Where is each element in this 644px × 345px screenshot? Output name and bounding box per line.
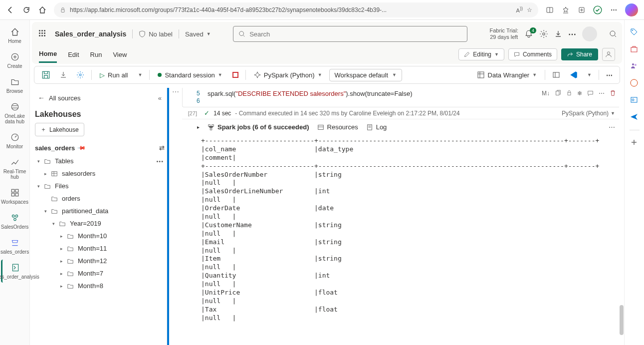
search-input[interactable] — [249, 30, 462, 38]
tree-month12[interactable]: ▸Month=12 — [35, 255, 165, 267]
copy-cell-icon[interactable] — [555, 90, 561, 97]
sensitivity-label[interactable]: No label — [139, 30, 173, 38]
pin-icon[interactable]: 📌 — [77, 143, 86, 153]
cell-more-icon[interactable]: ⋯ — [599, 90, 605, 97]
office-icon[interactable] — [630, 79, 639, 88]
nav-monitor[interactable]: Monitor — [1, 129, 29, 152]
nav-browse[interactable]: Browse — [1, 74, 29, 97]
cell-handle-icon[interactable]: ⋯ — [172, 88, 180, 96]
tree-year2019[interactable]: ▾Year=2019 — [35, 217, 165, 230]
session-button[interactable]: Standard session▼ — [154, 69, 226, 81]
outlook-icon[interactable] — [630, 96, 639, 105]
tab-home[interactable]: Home — [39, 46, 57, 63]
search-bar[interactable] — [233, 26, 467, 42]
tab-run[interactable]: Run — [90, 47, 102, 62]
notifications-button[interactable]: 4 — [524, 29, 533, 38]
tree-orders[interactable]: orders — [35, 192, 165, 205]
download-toolbar-icon[interactable] — [56, 69, 70, 81]
tree-month7[interactable]: ▸Month=7 — [35, 267, 165, 280]
back-icon[interactable] — [6, 5, 15, 14]
trial-info[interactable]: Fabric Trial: 29 days left — [490, 27, 518, 40]
tree-month8[interactable]: ▸Month=8 — [35, 280, 165, 292]
scrollbar-thumb[interactable] — [620, 305, 624, 335]
vscode-icon[interactable] — [566, 68, 581, 81]
more-icon[interactable]: ⋯ — [609, 5, 618, 14]
nav-create[interactable]: Create — [1, 49, 29, 72]
run-all-button[interactable]: ▷Run all — [96, 69, 132, 81]
share-button[interactable]: Share — [561, 48, 598, 60]
all-sources-button[interactable]: ← All sources « — [35, 92, 165, 104]
download-icon[interactable] — [554, 30, 562, 38]
toolbar-more-icon[interactable]: ⋯ — [603, 69, 616, 81]
people-button[interactable] — [602, 48, 615, 61]
nav-home[interactable]: Home — [1, 24, 29, 47]
markdown-icon[interactable]: M↓ — [542, 90, 550, 97]
save-status[interactable]: Saved ▼ — [185, 30, 211, 38]
tree-month10[interactable]: ▸Month=10 — [35, 230, 165, 242]
tree-partitioned[interactable]: ▾partitioned_data — [35, 205, 165, 217]
tree-files[interactable]: ▾Files — [35, 180, 165, 192]
delete-cell-icon[interactable] — [610, 90, 616, 97]
read-aloud-icon[interactable]: A)) — [516, 6, 523, 13]
home-icon[interactable] — [38, 5, 47, 14]
send-icon[interactable] — [630, 113, 639, 122]
collections-icon[interactable] — [577, 5, 586, 14]
nav-salesorders-ws[interactable]: SalesOrders — [1, 210, 29, 233]
comments-button[interactable]: Comments — [508, 48, 557, 60]
swap-icon[interactable]: ⇄ — [159, 144, 165, 152]
refresh-icon[interactable] — [22, 5, 31, 14]
vscode-chevron[interactable]: ▼ — [584, 70, 595, 79]
copilot-icon[interactable] — [625, 3, 638, 16]
resources-link[interactable]: Resources — [317, 123, 358, 131]
tree-salesorders-table[interactable]: ▸salesorders — [35, 167, 165, 180]
nav-workspaces[interactable]: Workspaces — [1, 185, 29, 208]
briefcase-icon[interactable] — [630, 45, 639, 54]
run-all-chevron[interactable]: ▼ — [135, 70, 145, 79]
lock-cell-icon[interactable] — [566, 90, 572, 97]
settings-icon[interactable] — [539, 29, 548, 38]
tab-view[interactable]: View — [113, 47, 127, 62]
language-button[interactable]: PySpark (Python)▼ — [250, 69, 326, 81]
split-icon[interactable] — [545, 5, 554, 14]
environment-dropdown[interactable]: Workspace default▼ — [329, 69, 402, 81]
notebook-title[interactable]: Sales_order_analysis — [55, 30, 126, 38]
editing-mode-button[interactable]: Editing▼ — [458, 48, 504, 60]
stop-button[interactable] — [229, 70, 241, 80]
more-icon[interactable]: ••• — [156, 158, 164, 164]
more-options-icon[interactable]: ⋯ — [568, 29, 576, 39]
magnify-icon[interactable] — [609, 30, 617, 38]
log-link[interactable]: Log — [366, 123, 387, 131]
comment-cell-icon[interactable] — [587, 90, 594, 97]
tag-icon[interactable] — [630, 28, 639, 37]
notebook-area[interactable]: ⋯ M↓ ❄ ⋯ 5spark.sql("DESCRIBE EXTENDED s… — [167, 88, 624, 345]
tab-edit[interactable]: Edit — [68, 47, 79, 62]
nav-realtime[interactable]: Real-Time hub — [1, 154, 29, 183]
spark-jobs-link[interactable]: Spark jobs (6 of 6 succeeded) — [208, 123, 309, 131]
gear-icon[interactable] — [73, 69, 87, 81]
layout-icon[interactable] — [549, 69, 563, 81]
people-rail-icon[interactable] — [630, 62, 639, 71]
tree-tables[interactable]: ▾Tables••• — [35, 155, 165, 167]
avatar[interactable] — [582, 26, 597, 41]
add-lakehouse-button[interactable]: ＋Lakehouse — [35, 123, 84, 136]
add-app-icon[interactable] — [630, 138, 639, 147]
extensions-icon[interactable] — [593, 5, 602, 14]
nav-sales-orders-item[interactable]: sales_orders — [1, 235, 29, 258]
data-wrangler-button[interactable]: Data Wrangler▼ — [473, 69, 541, 81]
favorites-bar-icon[interactable] — [561, 5, 570, 14]
output-more-icon[interactable]: ⋯ — [609, 123, 615, 131]
nav-onelake[interactable]: OneLake data hub — [1, 99, 29, 127]
collapse-panel-icon[interactable]: « — [158, 94, 162, 102]
lakehouse-name[interactable]: sales_orders — [35, 144, 75, 152]
url-bar[interactable]: https://app.fabric.microsoft.com/groups/… — [54, 2, 538, 17]
favorite-icon[interactable]: ☆ — [527, 6, 532, 13]
kernel-selector[interactable]: PySpark (Python)▼ — [562, 110, 615, 117]
nav-notebook-item[interactable]: Sales_order_analysis — [1, 260, 29, 283]
tree-month11[interactable]: ▸Month=11 — [35, 242, 165, 255]
app-launcher-icon[interactable] — [37, 28, 49, 40]
freeze-cell-icon[interactable]: ❄ — [577, 90, 582, 97]
code-editor[interactable]: M↓ ❄ ⋯ 5spark.sql("DESCRIBE EXTENDED sal… — [182, 88, 619, 107]
expand-output-icon[interactable]: ▸ — [197, 124, 200, 130]
code-cell[interactable]: ⋯ M↓ ❄ ⋯ 5spark.sql("DESCRIBE EXTENDED s… — [170, 88, 619, 325]
save-icon[interactable] — [38, 68, 53, 81]
